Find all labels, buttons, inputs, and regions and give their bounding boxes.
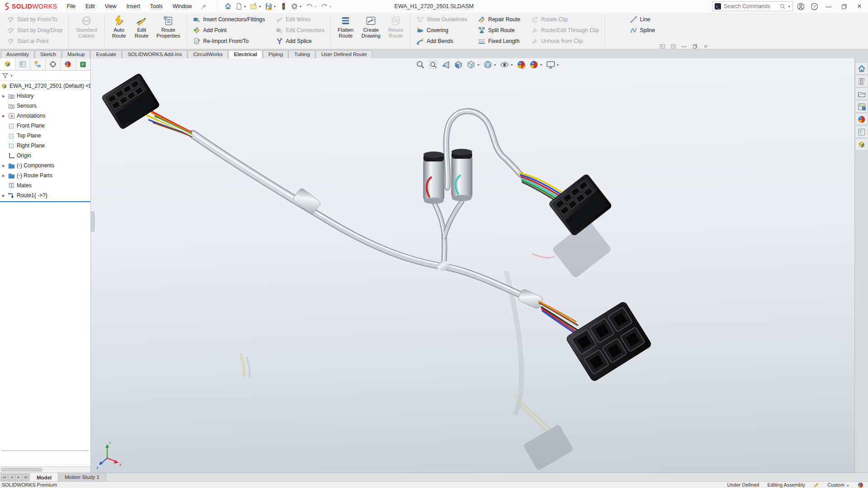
tab-electrical[interactable]: Electrical	[228, 50, 262, 58]
tree-horizontal-scrollbar[interactable]	[0, 466, 90, 473]
filter-caret[interactable]: ▼	[10, 74, 13, 77]
rebuild-traffic-light-icon[interactable]	[279, 2, 289, 11]
covering-button[interactable]: Covering	[414, 25, 470, 36]
repair-route-button[interactable]: Repair Route	[476, 14, 522, 25]
edit-appearance-icon[interactable]	[517, 60, 526, 69]
custom-properties-icon[interactable]	[856, 126, 868, 138]
save-button[interactable]: ▼	[264, 2, 278, 11]
view-orientation-icon[interactable]: ▼	[466, 60, 480, 69]
previous-view-icon[interactable]	[441, 60, 451, 69]
next-tab-icon[interactable]	[15, 474, 22, 481]
design-library-icon[interactable]	[856, 76, 868, 87]
hide-show-items-icon[interactable]: ▼	[500, 60, 513, 69]
tab-evaluate[interactable]: Evaluate	[90, 50, 122, 58]
expand-arrow[interactable]: ▶	[1, 174, 6, 178]
model-tab[interactable]: Model	[30, 473, 58, 481]
cam-tab[interactable]	[76, 58, 91, 70]
tree-item-right-plane[interactable]: Right Plane	[0, 141, 90, 151]
insert-connectors-fittings-button[interactable]: Insert Connectors/Fittings	[191, 14, 267, 25]
flatten-route-button[interactable]: Flatten Route	[334, 14, 357, 40]
tree-item-mates[interactable]: Mates	[0, 180, 90, 190]
wire-harness-model[interactable]: x y z	[91, 58, 855, 474]
fixed-length-button[interactable]: Fixed Length	[476, 36, 522, 47]
menu-view[interactable]: View	[100, 1, 122, 11]
restore-doc-icon[interactable]	[691, 43, 699, 50]
tree-item-route1[interactable]: ▶ Route1{ ->?}	[0, 190, 90, 200]
expand-arrow[interactable]: ▶	[1, 94, 6, 98]
pin-menu-icon[interactable]	[200, 3, 207, 10]
edit-sketch-icon[interactable]	[813, 482, 819, 488]
propertymanager-tab[interactable]	[15, 58, 31, 70]
zoom-area-icon[interactable]	[428, 60, 438, 69]
zoom-fit-icon[interactable]	[416, 60, 425, 69]
motion-study-tab[interactable]: Motion Study 1	[58, 473, 106, 481]
close-button[interactable]: ×	[853, 0, 866, 12]
bottom-connector[interactable]	[565, 301, 652, 382]
menu-window[interactable]: Window	[168, 1, 197, 11]
new-document-button[interactable]: ▼	[234, 2, 248, 11]
home-pane-icon[interactable]	[856, 63, 868, 75]
minimize-doc-icon[interactable]: —	[680, 43, 688, 50]
main-trunk-tube[interactable]	[191, 132, 538, 303]
right-connector[interactable]	[548, 174, 612, 237]
reimport-fromto-button[interactable]: Re-Import From/To	[191, 36, 267, 47]
tree-item-top-plane[interactable]: Top Plane	[0, 131, 90, 141]
tab-piping[interactable]: Piping	[263, 50, 288, 58]
tree-item-history[interactable]: ▶ History	[0, 91, 90, 101]
expand-arrow[interactable]: ▶	[1, 114, 6, 118]
tree-root-item[interactable]: EWA_H1_2720_2501 (Default) <Display Sta	[0, 81, 90, 91]
appearances-scenes-icon[interactable]	[856, 114, 868, 125]
previous-window-icon[interactable]	[658, 43, 666, 50]
menu-file[interactable]: File	[62, 1, 81, 11]
dimxpertmanager-tab[interactable]	[46, 58, 61, 70]
units-selector[interactable]: Custom▲	[827, 482, 849, 488]
spline-button[interactable]: Spline	[628, 25, 657, 36]
tab-user-defined-route[interactable]: User Defined Route	[316, 50, 372, 58]
featuremanager-tab[interactable]	[0, 58, 15, 70]
create-drawing-button[interactable]: Create Drawing	[358, 14, 384, 40]
previous-tab-icon[interactable]	[8, 474, 15, 481]
scrollbar-thumb[interactable]	[1, 468, 43, 472]
tab-markup[interactable]: Markup	[62, 50, 90, 58]
tree-item-annotations[interactable]: ▶ Annotations	[0, 111, 90, 121]
next-window-icon[interactable]	[669, 43, 677, 50]
tree-item-origin[interactable]: Origin	[0, 151, 90, 161]
add-splice-button[interactable]: Add Splice	[274, 36, 327, 47]
section-view-icon[interactable]	[454, 60, 463, 69]
add-bends-button[interactable]: Add Bends	[414, 36, 470, 47]
displaymanager-tab[interactable]	[61, 58, 76, 70]
panel-splitter-handle[interactable]	[91, 212, 95, 232]
first-tab-icon[interactable]	[1, 474, 8, 481]
menu-tools[interactable]: Tools	[145, 1, 168, 11]
add-point-button[interactable]: Add Point	[191, 25, 267, 36]
graphics-viewport[interactable]: ▼ ▼ ▼ ▼ ▼	[91, 58, 854, 473]
edit-route-button[interactable]: Edit Route	[131, 14, 152, 40]
minimize-button[interactable]: —	[822, 0, 835, 12]
tab-assembly[interactable]: Assembly	[1, 50, 34, 58]
route-properties-button[interactable]: Route Properties	[153, 14, 183, 40]
view-palette-icon[interactable]	[856, 101, 868, 113]
split-route-button[interactable]: Split Route	[476, 25, 522, 36]
options-gear-button[interactable]: ▼	[289, 2, 304, 11]
close-doc-icon[interactable]: ×	[702, 43, 710, 50]
search-options-caret[interactable]: ▼	[787, 5, 791, 8]
auto-route-button[interactable]: Auto Route	[108, 14, 130, 40]
splice-branch-tube[interactable]	[434, 202, 462, 265]
line-button[interactable]: Line	[628, 14, 657, 25]
tree-item-route-parts[interactable]: ▶ (-) Route Parts	[0, 171, 90, 180]
filter-funnel-icon[interactable]	[2, 72, 9, 79]
login-account-icon[interactable]	[795, 1, 806, 12]
restore-button[interactable]	[837, 0, 851, 12]
help-icon[interactable]	[808, 1, 820, 12]
menu-insert[interactable]: Insert	[122, 1, 145, 11]
expand-arrow[interactable]: ▶	[1, 194, 6, 198]
search-commands-box[interactable]: >_ ▼	[712, 1, 793, 11]
open-button[interactable]: ▼	[249, 2, 263, 11]
display-style-icon[interactable]: ▼	[483, 60, 497, 69]
search-icon[interactable]	[780, 4, 786, 9]
menu-edit[interactable]: Edit	[81, 1, 100, 11]
tab-circuitworks[interactable]: CircuitWorks	[188, 50, 228, 58]
assembly-visualization-icon[interactable]	[856, 139, 868, 151]
file-explorer-icon[interactable]	[856, 88, 868, 100]
tree-item-sensors[interactable]: Sensors	[0, 101, 90, 111]
